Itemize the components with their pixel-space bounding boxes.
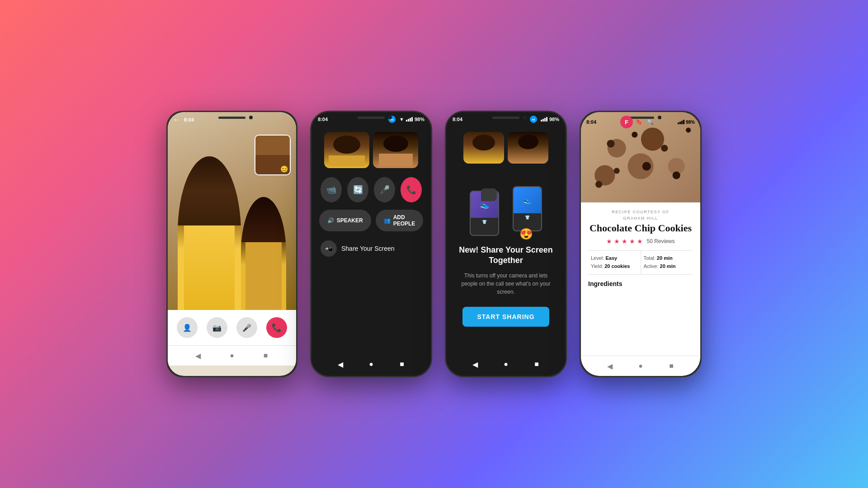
phone1-status-bar: ← 8:04 xyxy=(168,112,296,127)
total-value: 20 min xyxy=(657,255,673,261)
phone4-recents-nav[interactable]: ■ xyxy=(666,361,677,371)
reaction-emoji-graphic: 😍 xyxy=(519,228,533,240)
phone3-time: 8:04 xyxy=(453,117,462,122)
total-row: Total: 20 min xyxy=(644,254,691,263)
phone2-time: 8:04 xyxy=(318,117,328,122)
share-screen-icon: 📲 xyxy=(321,240,337,257)
phone4-screen: 8:04 F 🔖 🔍 xyxy=(581,112,700,376)
wifi-icon: ▼ xyxy=(399,117,404,122)
recipe-author: GRAHAM HILL xyxy=(588,216,693,221)
star-2: ★ xyxy=(614,238,620,245)
phones-container: 😊 ← 8:04 👤 📷 🎤 xyxy=(148,93,720,395)
video-toggle-button[interactable]: 📹 xyxy=(321,177,342,202)
phone2-speaker xyxy=(358,117,385,119)
phone1-screen: 😊 ← 8:04 👤 📷 🎤 xyxy=(168,112,296,376)
phone1-time: 8:04 xyxy=(184,117,194,122)
feature-illustration: 👟 👕 👟 👕 😍 New! Share Your Screen Togethe… xyxy=(446,168,566,336)
back-arrow-icon[interactable]: ← xyxy=(173,116,180,124)
recents-nav-icon[interactable]: ■ xyxy=(260,350,271,361)
camera-flip-button[interactable]: 🔄 xyxy=(347,177,368,202)
ingredients-heading: Ingredients xyxy=(588,280,693,287)
yield-row: Yield: 20 cookies xyxy=(591,263,638,271)
recipe-courtesy-label: RECIPE COURTESY OF xyxy=(588,210,693,214)
feature-title: New! Share Your Screen Together xyxy=(455,245,557,266)
recipe-content: RECIPE COURTESY OF GRAHAM HILL Chocolate… xyxy=(581,202,700,295)
total-label: Total: xyxy=(644,255,656,261)
phone1-nav: ◀ ● ■ xyxy=(168,345,296,366)
end-call-button-2[interactable]: 📞 xyxy=(401,177,422,202)
caller-thumbnail-2 xyxy=(373,132,418,168)
star-half: ★ xyxy=(637,238,643,245)
add-person-button[interactable]: 👤 xyxy=(177,317,198,338)
add-people-button[interactable]: 👥 ADD PEOPLE xyxy=(376,210,424,231)
phone3-speaker xyxy=(492,117,519,119)
battery-percent: 98% xyxy=(415,117,425,122)
back-nav-icon[interactable]: ◀ xyxy=(193,350,203,361)
recipe-header-icons: 🔖 🔍 xyxy=(636,119,654,125)
phone3-signal xyxy=(541,117,547,122)
person-left xyxy=(178,156,241,310)
recipe-meta: Level: Easy Yield: 20 cookies Total: 20 … xyxy=(588,250,693,274)
phone3-back-nav[interactable]: ◀ xyxy=(470,359,481,370)
phone3-thumb-1 xyxy=(463,132,504,164)
phone3-messenger-icon: m xyxy=(530,116,537,123)
recipe-meta-left: Level: Easy Yield: 20 cookies xyxy=(588,251,641,274)
phone2-camera xyxy=(388,116,392,119)
call-buttons-row: 📹 🔄 🎤 📞 xyxy=(311,173,431,207)
search-icon[interactable]: 🔍 xyxy=(647,119,654,125)
yield-value: 20 cookies xyxy=(604,263,630,269)
phone-3: 8:04 m 98% xyxy=(445,111,567,377)
signal-bars xyxy=(406,117,413,122)
phone2-recents-nav[interactable]: ■ xyxy=(396,359,407,370)
yield-label: Yield: xyxy=(591,263,603,269)
reviews-count: 50 Reviews xyxy=(646,238,675,244)
star-1: ★ xyxy=(606,238,612,245)
caller-thumbnail-1 xyxy=(324,132,369,168)
level-value: Easy xyxy=(605,255,617,261)
phone4-signal xyxy=(678,120,684,124)
star-3: ★ xyxy=(622,238,627,245)
speaker-label: SPEAKER xyxy=(337,217,363,224)
phone-2: 8:04 m ▼ 98% xyxy=(310,111,432,377)
call-option-row: 🔊 SPEAKER 👥 ADD PEOPLE xyxy=(311,207,431,234)
phone-1: 😊 ← 8:04 👤 📷 🎤 xyxy=(166,111,297,377)
feature-description: This turns off your camera and lets peop… xyxy=(455,272,557,296)
share-screen-row[interactable]: 📲 Share Your Screen xyxy=(311,234,431,263)
phone2-status-icons: m ▼ 98% xyxy=(388,116,425,123)
phone4-home-nav[interactable]: ● xyxy=(635,361,646,371)
mic-button[interactable]: 🎤 xyxy=(236,317,257,338)
active-label: Active: xyxy=(644,263,659,269)
mute-button[interactable]: 🎤 xyxy=(374,177,395,202)
phone4-battery: 98% xyxy=(686,120,695,125)
level-row: Level: Easy xyxy=(591,254,638,263)
recipe-app-logo: F xyxy=(620,116,633,128)
self-view-thumbnail: 😊 xyxy=(255,135,291,175)
bookmark-icon[interactable]: 🔖 xyxy=(636,119,642,125)
speaker-icon: 🔊 xyxy=(327,217,334,224)
phone2-back-nav[interactable]: ◀ xyxy=(335,359,346,370)
screen-content-right: 👟 xyxy=(514,187,541,213)
recipe-app-status-bar: 8:04 F 🔖 🔍 xyxy=(581,112,700,132)
phone2-screen: 8:04 m ▼ 98% xyxy=(311,112,431,376)
level-label: Level: xyxy=(591,255,604,261)
phone3-recents-nav[interactable]: ■ xyxy=(531,359,542,370)
home-nav-icon[interactable]: ● xyxy=(226,350,237,361)
speaker-button[interactable]: 🔊 SPEAKER xyxy=(319,210,371,231)
recipe-title: Chocolate Chip Cookies xyxy=(588,222,693,234)
phone3-screen: 8:04 m 98% xyxy=(446,112,566,376)
flip-camera-button[interactable]: 📷 xyxy=(207,317,227,338)
recipe-meta-right: Total: 20 min Active: 20 min xyxy=(641,251,693,274)
start-sharing-button[interactable]: START SHARING xyxy=(462,307,549,327)
person-right xyxy=(241,197,286,310)
phone-4: 8:04 F 🔖 🔍 xyxy=(580,111,702,377)
phone4-time: 8:04 xyxy=(586,119,596,125)
star-4: ★ xyxy=(629,238,635,245)
phone1-controls: 👤 📷 🎤 📞 xyxy=(168,310,296,345)
end-call-button[interactable]: 📞 xyxy=(266,317,287,338)
phone3-status-icons: m 98% xyxy=(530,116,559,123)
phone2-nav: ◀ ● ■ xyxy=(311,352,431,376)
phone2-home-nav[interactable]: ● xyxy=(366,359,377,370)
phone4-back-nav[interactable]: ◀ xyxy=(604,361,615,371)
phone4-nav: ◀ ● ■ xyxy=(581,356,700,376)
phone3-home-nav[interactable]: ● xyxy=(500,359,511,370)
